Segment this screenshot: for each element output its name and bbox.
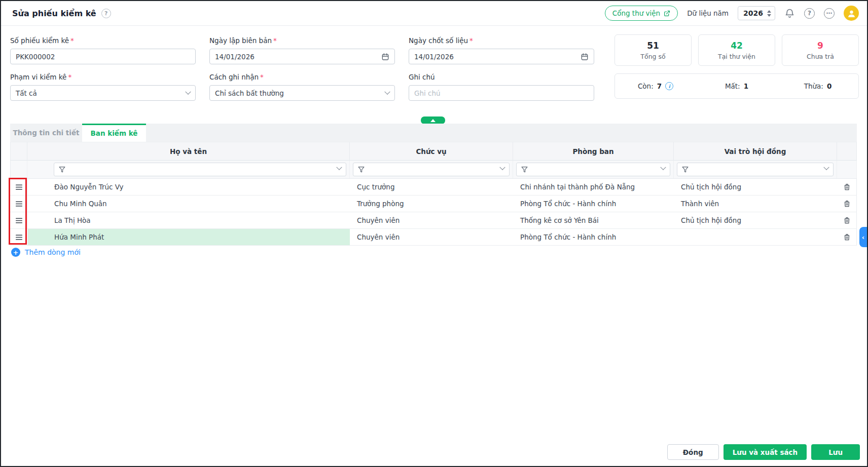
so-phieu-label: Số phiếu kiểm kê [10,36,69,45]
cell-position[interactable]: Cục trưởng [350,179,513,195]
cach-ghi-select[interactable]: Chỉ sách bất thường [209,85,395,101]
header-actions-column [837,142,857,161]
filter-input-role[interactable] [677,163,834,176]
cell-department[interactable]: Phòng Tổ chức - Hành chính [513,229,674,245]
user-avatar[interactable] [844,6,859,21]
notification-bell-icon[interactable] [784,8,795,19]
filter-input-name[interactable] [54,163,346,176]
filter-funnel-icon [59,166,65,173]
portal-button-label: Cổng thư viện [612,9,660,17]
committee-table: Họ và tên Chức vụ Phòng ban Vai trò hội … [10,142,857,246]
delete-row-button[interactable] [837,229,857,245]
cell-role[interactable] [674,229,837,245]
add-row-label: Thêm dòng mới [25,248,81,256]
row-menu-icon [15,233,23,242]
row-menu-icon [15,200,23,208]
header-actions: Cổng thư viện Dữ liệu năm 2026 ? ⋯ [605,6,859,21]
summary-surplus: Thừa: 0 [777,82,858,90]
cell-name[interactable]: Chu Minh Quân [27,196,350,212]
cell-role[interactable]: Thành viên [674,196,837,212]
ngay-chot-label: Ngày chốt số liệu [409,36,468,45]
delete-row-button[interactable] [837,196,857,212]
required-mark: * [469,36,473,45]
trash-icon [843,233,851,241]
help-icon[interactable]: ? [804,8,815,19]
cell-position[interactable]: Chuyên viên [350,229,513,245]
footer-actions: Đóng Lưu và xuất sách Lưu [667,444,860,460]
stats-summary-card: Còn: 7 i Mất: 1 Thừa: 0 [614,73,859,99]
stat-total-label: Tổng số [640,53,665,60]
calendar-icon[interactable] [581,53,589,61]
table-header-row: Họ và tên Chức vụ Phòng ban Vai trò hội … [10,142,857,161]
field-cach-ghi: Cách ghi nhận* Chỉ sách bất thường [209,73,395,101]
add-row-button[interactable]: + Thêm dòng mới [11,248,81,257]
info-icon[interactable]: i [665,82,673,90]
external-link-icon [664,10,670,17]
required-mark: * [68,73,71,81]
summary-remaining-value: 7 [657,82,662,90]
delete-row-button[interactable] [837,212,857,228]
chevron-down-icon [660,165,666,170]
cell-name-selected[interactable]: Hứa Minh Phát [27,229,350,245]
header-position: Chức vụ [350,142,513,161]
year-spinner[interactable]: 2026 [738,6,775,20]
title-help-icon[interactable]: ? [101,9,111,18]
stepper-down-icon[interactable] [767,14,771,17]
stepper-up-icon[interactable] [767,10,771,13]
year-stepper-arrows[interactable] [767,10,771,17]
stat-card-total: 51 Tổng số [614,34,692,66]
cell-department[interactable]: Phòng Tổ chức - Hành chính [513,196,674,212]
row-drag-handle[interactable] [10,229,27,245]
row-drag-handle[interactable] [10,212,27,228]
summary-remaining: Còn: 7 i [615,82,696,90]
chevron-down-icon [384,89,390,94]
filter-funnel-icon [358,166,365,173]
year-value: 2026 [743,9,763,17]
tab-committee[interactable]: Ban kiểm kê [82,124,146,142]
ngay-lap-input[interactable] [215,53,377,61]
filter-funnel-icon [682,166,689,173]
calendar-icon[interactable] [381,53,389,61]
summary-surplus-label: Thừa: [804,82,823,90]
cell-position[interactable]: Trưởng phòng [350,196,513,212]
header-role: Vai trò hội đồng [674,142,837,161]
chevron-down-icon [336,165,342,170]
header-department: Phòng ban [513,142,674,161]
close-button[interactable]: Đóng [667,444,719,460]
stat-in-library-value: 42 [731,41,743,51]
row-drag-handle[interactable] [10,179,27,195]
cell-role[interactable]: Chủ tịch hội đồng [674,212,837,228]
field-ghi-chu: Ghi chú [409,73,594,101]
library-portal-button[interactable]: Cổng thư viện [605,6,678,21]
required-mark: * [273,36,277,45]
cell-name[interactable]: La Thị Hòa [27,212,350,228]
row-drag-handle[interactable] [10,196,27,212]
stat-card-in-library: 42 Tại thư viện [698,34,775,66]
person-icon [847,9,856,18]
cell-name[interactable]: Đào Nguyễn Trúc Vy [27,179,350,195]
cell-position[interactable]: Chuyên viên [350,212,513,228]
ghi-chu-label: Ghi chú [409,73,435,81]
ghi-chu-input[interactable] [414,89,589,97]
summary-lost: Mất: 1 [696,82,777,90]
pham-vi-select[interactable]: Tất cả [10,85,196,101]
so-phieu-input[interactable] [16,53,190,61]
summary-remaining-label: Còn: [638,82,654,90]
more-options-icon[interactable]: ⋯ [824,8,835,19]
cell-role[interactable]: Chủ tịch hội đồng [674,179,837,195]
delete-row-button[interactable] [837,179,857,195]
save-button[interactable]: Lưu [811,444,860,460]
required-mark: * [260,73,264,81]
cell-department[interactable]: Thống kê cơ sở Yên Bái [513,212,674,228]
chevron-down-icon [185,89,191,94]
tab-detail-info[interactable]: Thông tin chi tiết [10,124,82,142]
cell-department[interactable]: Chi nhánh tại thành phố Đà Nẵng [513,179,674,195]
save-and-export-button[interactable]: Lưu và xuất sách [724,444,807,460]
filter-input-department[interactable] [516,163,670,176]
filter-input-position[interactable] [353,163,510,176]
ngay-chot-input[interactable] [414,53,576,61]
side-panel-toggle[interactable]: ‹ [859,227,867,247]
field-ngay-chot: Ngày chốt số liệu* [409,36,594,64]
inventory-form: Số phiếu kiểm kê* Ngày lập biên bản* Ngà… [10,36,594,101]
collapse-form-button[interactable] [421,116,445,124]
